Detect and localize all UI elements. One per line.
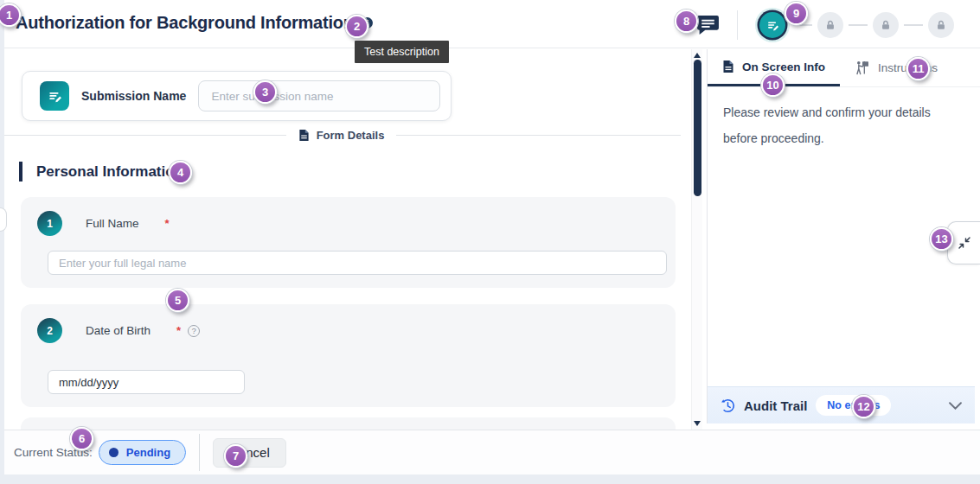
lock-icon bbox=[824, 19, 836, 31]
field-number-badge: 2 bbox=[37, 318, 62, 343]
submission-name-label: Submission Name bbox=[81, 89, 186, 103]
field-head: 1 Full Name * bbox=[37, 211, 170, 236]
app-window: Authorization for Background Information… bbox=[0, 0, 980, 484]
required-asterisk: * bbox=[176, 324, 181, 337]
window-edge-left bbox=[0, 0, 4, 484]
title-row: Authorization for Background Information… bbox=[16, 13, 373, 33]
field-number-badge: 1 bbox=[37, 211, 62, 236]
full-name-input[interactable] bbox=[48, 251, 667, 275]
field-label: Full Name bbox=[86, 217, 139, 230]
lock-icon bbox=[880, 19, 892, 31]
annotation-badge-4: 4 bbox=[169, 161, 192, 184]
chat-icon bbox=[696, 15, 720, 36]
instructions-icon bbox=[855, 60, 870, 75]
step-connector bbox=[849, 24, 868, 26]
submission-name-input[interactable] bbox=[198, 80, 440, 111]
section-title: Personal Information bbox=[36, 163, 183, 181]
window-edge-bottom bbox=[0, 474, 980, 484]
tooltip: Test description bbox=[355, 41, 449, 63]
status-value: Pending bbox=[126, 446, 170, 459]
page-title: Authorization for Background Information bbox=[16, 13, 354, 33]
form-details-divider: Form Details bbox=[2, 125, 681, 144]
field-head: 2 Date of Birth * ? bbox=[37, 318, 200, 343]
annotation-badge-5: 5 bbox=[166, 289, 189, 312]
divider-line bbox=[2, 135, 286, 136]
section-header: Personal Information bbox=[19, 162, 183, 182]
header-divider bbox=[737, 10, 738, 40]
form-edit-icon bbox=[40, 81, 69, 111]
annotation-badge-11: 11 bbox=[906, 57, 930, 80]
step-3-locked[interactable] bbox=[873, 12, 899, 38]
form-edit-icon bbox=[766, 19, 779, 32]
chevron-down-icon[interactable] bbox=[949, 402, 962, 410]
panel-body-text: Please review and confirm your details b… bbox=[723, 99, 967, 151]
step-1-active[interactable] bbox=[759, 12, 785, 38]
history-icon bbox=[721, 398, 735, 413]
bottom-action-bar: Current Status: Pending Cancel bbox=[0, 430, 980, 474]
annotation-badge-12: 12 bbox=[852, 395, 875, 418]
divider-line bbox=[396, 135, 681, 136]
step-4-locked[interactable] bbox=[928, 12, 954, 38]
field-card-full-name: 1 Full Name * bbox=[21, 197, 676, 288]
step-2-locked[interactable] bbox=[817, 12, 843, 38]
document-icon bbox=[722, 60, 734, 73]
document-icon bbox=[298, 129, 310, 142]
section-accent-bar bbox=[19, 162, 22, 182]
field-card-partial bbox=[21, 417, 676, 430]
field-card-date-of-birth: 2 Date of Birth * ? bbox=[21, 304, 676, 407]
scrollbar-down-arrow[interactable] bbox=[694, 421, 701, 426]
annotation-badge-7: 7 bbox=[224, 444, 247, 468]
audit-trail-bar[interactable]: Audit Trail No entries bbox=[708, 386, 975, 424]
annotation-badge-2: 2 bbox=[345, 15, 368, 38]
step-connector bbox=[904, 24, 923, 26]
status-dot-icon bbox=[109, 448, 118, 457]
divider-label: Form Details bbox=[298, 129, 385, 142]
annotation-badge-3: 3 bbox=[253, 80, 277, 104]
tab-label: On Screen Info bbox=[742, 60, 825, 73]
field-label: Date of Birth bbox=[86, 324, 151, 337]
required-asterisk: * bbox=[165, 217, 170, 230]
footer-divider bbox=[199, 434, 200, 471]
tab-instructions[interactable]: Instructions bbox=[840, 49, 952, 86]
submission-name-card: Submission Name bbox=[22, 71, 452, 121]
comments-button[interactable] bbox=[696, 15, 720, 36]
status-badge: Pending bbox=[99, 440, 186, 465]
annotation-badge-10: 10 bbox=[761, 73, 785, 97]
annotation-badge-6: 6 bbox=[70, 427, 93, 450]
form-scrollbar[interactable] bbox=[691, 49, 702, 430]
dob-input[interactable] bbox=[48, 370, 245, 394]
scrollbar-up-arrow[interactable] bbox=[694, 53, 701, 58]
header-toolbar bbox=[696, 9, 954, 41]
panel-tab-bar: On Screen Info Instructions bbox=[708, 49, 980, 87]
collapse-arrows-icon bbox=[958, 236, 971, 250]
annotation-badge-9: 9 bbox=[785, 2, 808, 25]
scrollbar-thumb[interactable] bbox=[694, 60, 701, 196]
help-icon[interactable]: ? bbox=[188, 325, 200, 337]
top-header: Authorization for Background Information… bbox=[0, 0, 980, 48]
annotation-badge-8: 8 bbox=[675, 10, 698, 33]
form-area: Submission Name Form Details Personal In… bbox=[0, 49, 691, 430]
divider-text: Form Details bbox=[317, 129, 385, 142]
lock-icon bbox=[935, 19, 947, 31]
annotation-badge-13: 13 bbox=[930, 227, 953, 251]
left-panel-handle[interactable] bbox=[0, 207, 7, 232]
audit-trail-label: Audit Trail bbox=[744, 398, 807, 413]
